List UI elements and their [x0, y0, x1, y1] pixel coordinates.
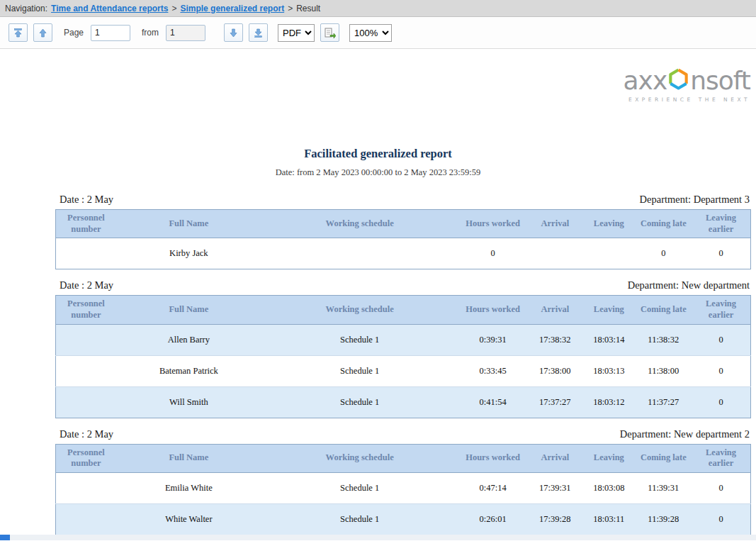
table-cell: Schedule 1: [261, 355, 458, 386]
table-cell: 0:33:45: [458, 355, 528, 386]
last-page-button[interactable]: [249, 23, 268, 42]
table-cell: 0:26:01: [458, 503, 528, 535]
column-header: Leaving earlier: [692, 444, 750, 472]
table-cell: 17:39:31: [528, 472, 582, 503]
column-header: Coming late: [636, 296, 692, 324]
export-format-select[interactable]: PDF: [278, 24, 315, 42]
table-cell: 0: [692, 472, 750, 503]
export-button[interactable]: [320, 23, 339, 42]
report-date-range: Date: from 2 May 2023 00:00:00 to 2 May …: [0, 167, 756, 178]
table-cell: 17:38:32: [528, 324, 582, 355]
column-header: Leaving: [582, 296, 636, 324]
breadcrumb-separator: >: [171, 4, 176, 13]
logo-tagline: EXPERIENCE THE NEXT: [624, 96, 750, 103]
report-table: Personnel numberFull NameWorking schedul…: [55, 444, 751, 535]
table-cell: 11:38:32: [636, 324, 692, 355]
column-header: Hours worked: [458, 296, 528, 324]
table-cell: White Walter: [116, 503, 261, 535]
table-cell: [56, 503, 116, 535]
column-header: Leaving: [582, 444, 636, 472]
export-report-icon: [325, 28, 336, 38]
column-header: Arrival: [528, 444, 582, 472]
column-header: Coming late: [636, 444, 692, 472]
section-department-label: Department: New department 2: [620, 428, 750, 440]
table-header-row: Personnel numberFull NameWorking schedul…: [56, 296, 751, 324]
column-header: Personnel number: [56, 296, 116, 324]
column-header: Working schedule: [261, 296, 458, 324]
first-page-button[interactable]: [9, 23, 28, 42]
next-page-button[interactable]: [224, 23, 243, 42]
report-section: Date : 2 MayDepartment: New departmentPe…: [55, 279, 751, 418]
table-cell: 0: [458, 238, 528, 269]
table-cell: Emilia White: [116, 472, 261, 503]
breadcrumb: Navigation: Time and Attendance reports …: [0, 0, 756, 17]
table-cell: 11:38:00: [636, 355, 692, 386]
table-cell: 0: [692, 355, 750, 386]
report-section: Date : 2 MayDepartment: New department 2…: [55, 428, 751, 535]
table-cell: [56, 472, 116, 503]
scrollbar-thumb[interactable]: [0, 535, 10, 540]
section-department-label: Department: Department 3: [640, 194, 750, 206]
report-title: Facilitated generalized report: [0, 147, 756, 161]
table-cell: [261, 238, 458, 269]
table-row: Bateman PatrickSchedule 10:33:4517:38:00…: [56, 355, 751, 386]
section-department-label: Department: New department: [628, 279, 750, 291]
table-cell: 11:39:28: [636, 503, 692, 535]
horizontal-scrollbar[interactable]: [0, 535, 756, 540]
table-cell: Will Smith: [116, 386, 261, 418]
table-cell: [56, 324, 116, 355]
table-cell: Schedule 1: [261, 324, 458, 355]
column-header: Arrival: [528, 296, 582, 324]
column-header: Working schedule: [261, 444, 458, 472]
table-cell: 18:03:13: [582, 355, 636, 386]
column-header: Leaving: [582, 210, 636, 238]
table-cell: 0: [692, 386, 750, 418]
column-header: Personnel number: [56, 210, 116, 238]
section-date-label: Date : 2 May: [60, 428, 113, 440]
breadcrumb-link-time-attendance-reports[interactable]: Time and Attendance reports: [51, 4, 168, 13]
table-cell: [56, 386, 116, 418]
page-label: Page: [64, 28, 84, 38]
report-table: Personnel numberFull NameWorking schedul…: [55, 295, 751, 418]
table-cell: [56, 238, 116, 269]
table-cell: Schedule 1: [261, 503, 458, 535]
column-header: Leaving earlier: [692, 210, 750, 238]
section-header: Date : 2 MayDepartment: Department 3: [55, 194, 751, 206]
previous-page-button[interactable]: [33, 23, 52, 42]
table-cell: Schedule 1: [261, 386, 458, 418]
column-header: Personnel number: [56, 444, 116, 472]
page-number-input[interactable]: [91, 25, 130, 41]
report-sections: Date : 2 MayDepartment: Department 3Pers…: [55, 194, 751, 535]
table-cell: 0: [692, 503, 750, 535]
breadcrumb-link-simple-generalized-report[interactable]: Simple generalized report: [180, 4, 284, 13]
table-cell: 18:03:11: [582, 503, 636, 535]
table-cell: 0: [636, 238, 692, 269]
total-pages-field[interactable]: [166, 25, 205, 41]
table-cell: [528, 238, 582, 269]
column-header: Coming late: [636, 210, 692, 238]
axxon-hexagon-o-icon: [667, 67, 690, 94]
section-header: Date : 2 MayDepartment: New department: [55, 279, 751, 291]
logo-text-right: nsoft: [690, 68, 750, 94]
arrow-down-to-bar-icon: [254, 28, 263, 38]
breadcrumb-label: Navigation:: [5, 4, 47, 13]
table-header-row: Personnel numberFull NameWorking schedul…: [56, 210, 751, 238]
table-cell: Allen Barry: [116, 324, 261, 355]
table-cell: Kirby Jack: [116, 238, 261, 269]
table-cell: 11:37:27: [636, 386, 692, 418]
zoom-select[interactable]: 100%: [349, 24, 392, 42]
table-cell: 0: [692, 238, 750, 269]
table-row: Allen BarrySchedule 10:39:3117:38:3218:0…: [56, 324, 751, 355]
from-label: from: [142, 28, 159, 38]
table-cell: 0: [692, 324, 750, 355]
arrow-up-to-bar-icon: [13, 28, 23, 38]
column-header: Working schedule: [261, 210, 458, 238]
report-page: axx nsoft EXPERIENCE THE NEXT Facilitate…: [0, 49, 756, 540]
table-cell: 17:37:27: [528, 386, 582, 418]
column-header: Leaving earlier: [692, 296, 750, 324]
arrow-up-icon: [38, 28, 47, 38]
table-cell: 17:39:28: [528, 503, 582, 535]
table-row: White WalterSchedule 10:26:0117:39:2818:…: [56, 503, 751, 535]
table-cell: 18:03:08: [582, 472, 636, 503]
table-cell: 17:38:00: [528, 355, 582, 386]
